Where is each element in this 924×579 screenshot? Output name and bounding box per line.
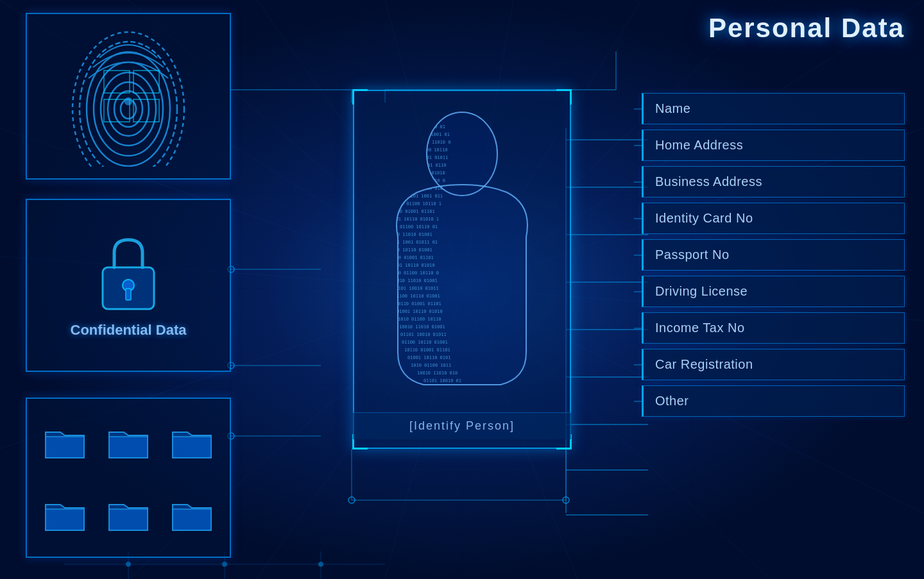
identify-label: [Identify Person]	[353, 412, 571, 439]
svg-text:01100 10110 01001: 01100 10110 01001	[394, 294, 440, 299]
svg-text:01001 10110 01010: 01001 10110 01010	[389, 263, 435, 268]
folder-2	[100, 408, 157, 474]
svg-text:01001 10110 01: 01001 10110 01	[407, 124, 445, 130]
data-field-passport-no[interactable]: Passport No	[642, 239, 905, 271]
svg-text:1010 01100 10110 0: 1010 01100 10110 0	[397, 178, 445, 183]
fingerprint-panel	[26, 13, 231, 180]
svg-text:1010 01100 10110: 1010 01100 10110	[398, 317, 441, 322]
page-title: Personal Data	[708, 13, 905, 44]
svg-text:1001 01101 1001 011: 1001 01101 1001 011	[391, 194, 443, 199]
data-field-business-address[interactable]: Business Address	[642, 166, 905, 197]
svg-rect-80	[109, 437, 148, 458]
folder-1	[37, 408, 94, 474]
svg-rect-81	[173, 437, 211, 458]
data-field-identity-card-no[interactable]: Identity Card No	[642, 203, 905, 234]
svg-rect-77	[126, 289, 131, 300]
data-field-home-address[interactable]: Home Address	[642, 130, 905, 161]
data-fields-panel: NameHome AddressBusiness AddressIdentity…	[642, 93, 905, 417]
folder-3	[163, 408, 220, 474]
svg-text:01101 10010 01011: 01101 10010 01011	[400, 332, 447, 337]
folder-4	[37, 481, 94, 547]
svg-text:01100 10110 01001: 01100 10110 01001	[402, 340, 448, 345]
data-field-other[interactable]: Other	[642, 385, 905, 417]
svg-text:01010 01100 10110 1: 01010 01100 10110 1	[390, 201, 441, 206]
confidential-panel: Confidential Data	[26, 199, 231, 372]
data-field-car-registration[interactable]: Car Registration	[642, 349, 905, 380]
files-panel	[26, 398, 231, 558]
svg-text:10110 01001 01101: 10110 01001 01101	[388, 255, 434, 260]
svg-rect-83	[109, 509, 148, 530]
svg-text:01001 10110 01010: 01001 10110 01010	[399, 171, 445, 176]
svg-text:10110 01001 01101: 10110 01001 01101	[404, 348, 450, 353]
svg-text:01101 10010 01011: 01101 10010 01011	[393, 286, 439, 291]
silhouette-svg: 01001 10110 01 1001 01101 1001 01 01 100…	[372, 109, 552, 391]
svg-text:1001 01101 1001 01: 1001 01101 1001 01	[401, 132, 450, 137]
svg-text:01001 10110 01010 1: 01001 10110 01010 1	[388, 217, 439, 222]
main-container: Personal Data	[0, 0, 924, 579]
svg-text:010 11001 01011: 010 11001 01011	[407, 155, 448, 160]
data-field-income-tax-no[interactable]: Income Tax No	[642, 312, 905, 344]
svg-rect-82	[46, 509, 84, 530]
svg-text:01001 10110 01010: 01001 10110 01010	[397, 309, 443, 314]
data-field-name[interactable]: Name	[642, 93, 905, 124]
svg-text:1010 01100 10110 01: 1010 01100 10110 01	[386, 224, 438, 230]
svg-text:01100 10110 01001: 01100 10110 01001	[386, 248, 432, 253]
svg-text:01001 10110 0101: 01001 10110 0101	[407, 355, 450, 360]
corner-tr	[556, 89, 572, 105]
svg-text:10010 11010 01001: 10010 11010 01001	[399, 324, 445, 330]
svg-point-65	[101, 72, 156, 146]
svg-text:10010 11010 010: 10010 11010 010	[417, 371, 458, 376]
svg-rect-84	[173, 509, 211, 530]
svg-text:10110 01001 01101: 10110 01001 01101	[389, 209, 435, 214]
svg-text:10110 01001 01101: 10110 01001 01101	[395, 301, 441, 306]
svg-text:10010 11010 01001: 10010 11010 01001	[386, 232, 432, 237]
confidential-label: Confidential Data	[71, 322, 187, 339]
svg-text:01101 1001 01011 01: 01101 1001 01011 01	[386, 240, 438, 245]
svg-rect-79	[46, 437, 84, 458]
person-card: 01001 10110 01 1001 01101 1001 01 01 100…	[353, 90, 571, 449]
folder-6	[163, 481, 220, 547]
svg-text:01101 10010 01: 01101 10010 01	[424, 378, 461, 383]
fingerprint-icon	[64, 26, 193, 167]
svg-text:1010 01100 1011: 1010 01100 1011	[411, 363, 451, 368]
data-field-driving-license[interactable]: Driving License	[642, 276, 905, 307]
svg-text:10110 01001 0110: 10110 01001 0110	[403, 163, 446, 168]
folder-5	[100, 481, 157, 547]
svg-point-67	[87, 52, 170, 166]
lock-icon	[90, 232, 167, 315]
person-silhouette: 01001 10110 01 1001 01101 1001 01 01 100…	[366, 103, 558, 398]
svg-text:1010 01100 10110: 1010 01100 10110	[404, 147, 447, 153]
